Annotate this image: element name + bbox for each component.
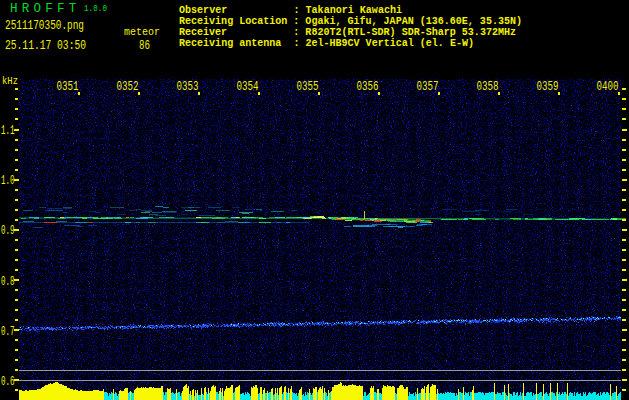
svg-text:0358: 0358: [477, 80, 499, 94]
svg-text:O: O: [34, 2, 42, 16]
svg-text:0.6: 0.6: [1, 374, 15, 389]
svg-text:2511170350.png: 2511170350.png: [5, 19, 84, 33]
svg-text:Receiving antenna : 2el-HB9CV: Receiving antenna : 2el-HB9CV Vertical (…: [179, 38, 474, 49]
svg-text:meteor: meteor: [124, 25, 160, 38]
svg-text:0357: 0357: [417, 80, 439, 94]
svg-text:0354: 0354: [237, 80, 259, 94]
svg-text:F: F: [45, 2, 53, 16]
svg-text:Receiver : R820T2(RT: Receiver : R820T2(RTL-SDR) SDR-Sharp 53.…: [179, 27, 516, 38]
svg-text:1.0: 1.0: [1, 173, 15, 188]
svg-text:86: 86: [139, 39, 150, 53]
svg-text:0356: 0356: [357, 80, 379, 94]
svg-text:0.8: 0.8: [1, 274, 15, 289]
svg-text:0355: 0355: [297, 80, 319, 94]
svg-text:0351: 0351: [57, 80, 79, 94]
svg-text:kHz: kHz: [2, 75, 18, 87]
svg-text:25.11.17 03:50: 25.11.17 03:50: [5, 39, 86, 53]
svg-text:R: R: [22, 2, 30, 16]
svg-text:0359: 0359: [537, 80, 559, 94]
svg-text:F: F: [57, 2, 65, 16]
svg-text:Observer : Takanori: Observer : Takanori Kawachi: [179, 5, 402, 16]
svg-text:1.1: 1.1: [1, 123, 15, 138]
svg-text:H: H: [10, 2, 18, 16]
svg-text:T: T: [69, 2, 77, 16]
svg-text:Receiving Location : Ogaki, Gi: Receiving Location : Ogaki, Gifu, JAPAN …: [179, 16, 522, 27]
svg-text:0353: 0353: [177, 80, 199, 94]
svg-text:1.0.0: 1.0.0: [84, 4, 107, 14]
svg-text:0400: 0400: [597, 80, 619, 94]
svg-text:0352: 0352: [117, 80, 139, 94]
svg-text:0.7: 0.7: [1, 324, 15, 339]
svg-text:0.9: 0.9: [1, 223, 15, 238]
